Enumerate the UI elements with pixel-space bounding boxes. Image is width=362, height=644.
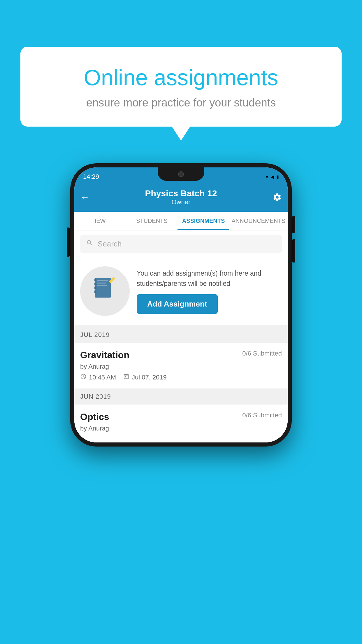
search-placeholder: Search — [98, 239, 122, 249]
svg-rect-5 — [97, 280, 108, 281]
promo-content: You can add assignment(s) from here and … — [137, 268, 282, 314]
promo-icon-wrap — [80, 266, 130, 316]
month-header-jul: JUL 2019 — [74, 327, 288, 343]
search-container: Search — [74, 230, 288, 258]
assignment-top: Gravitation 0/6 Submitted — [80, 350, 282, 360]
assignment-submitted-gravitation: 0/6 Submitted — [242, 350, 282, 357]
svg-rect-7 — [97, 285, 107, 286]
assignment-by-optics: by Anurag — [80, 425, 282, 432]
tab-announcements[interactable]: ANNOUNCEMENTS — [229, 212, 288, 230]
meta-date-gravitation: Jul 07, 2019 — [123, 373, 167, 382]
assignment-by-gravitation: by Anurag — [80, 363, 282, 370]
battery-icon: ▮ — [276, 174, 279, 180]
assignment-submitted-optics: 0/6 Submitted — [242, 412, 282, 419]
tab-students[interactable]: STUDENTS — [126, 212, 178, 230]
add-assignment-button[interactable]: Add Assignment — [137, 294, 218, 314]
assignment-item-gravitation[interactable]: Gravitation 0/6 Submitted by Anurag 10:4… — [74, 343, 288, 389]
meta-time-gravitation: 10:45 AM — [80, 373, 116, 382]
search-icon — [86, 239, 94, 249]
bubble-subtitle: ensure more practice for your students — [44, 97, 318, 109]
assignment-name-gravitation: Gravitation — [80, 350, 129, 360]
settings-button[interactable] — [267, 192, 282, 202]
tab-assignments[interactable]: ASSIGNMENTS — [178, 212, 229, 230]
time-value-gravitation: 10:45 AM — [89, 374, 116, 381]
status-time: 14:29 — [83, 173, 99, 181]
svg-rect-6 — [97, 282, 106, 283]
svg-rect-2 — [94, 282, 96, 285]
bubble-title: Online assignments — [44, 64, 318, 91]
wifi-icon: ▾ — [266, 174, 268, 180]
phone-camera — [178, 171, 184, 177]
header-center: Physics Batch 12 Owner — [95, 188, 267, 206]
svg-rect-3 — [94, 286, 96, 289]
speech-bubble: Online assignments ensure more practice … — [20, 47, 342, 127]
date-value-gravitation: Jul 07, 2019 — [132, 374, 167, 381]
assignment-item-optics[interactable]: Optics 0/6 Submitted by Anurag — [74, 405, 288, 442]
volume-down-button[interactable] — [292, 239, 295, 262]
notebook-icon — [92, 275, 118, 307]
search-input-wrap[interactable]: Search — [80, 235, 282, 253]
back-button[interactable]: ← — [80, 192, 95, 203]
header-subtitle: Owner — [95, 198, 267, 206]
status-icons: ▾ ◀ ▮ — [266, 174, 279, 180]
tab-iew[interactable]: IEW — [74, 212, 126, 230]
signal-icon: ◀ — [270, 174, 274, 180]
month-header-jun: JUN 2019 — [74, 389, 288, 405]
phone-screen: 14:29 ▾ ◀ ▮ ← Physics Batch 12 Owner — [74, 167, 288, 442]
header-title: Physics Batch 12 — [95, 188, 267, 198]
assignment-meta-gravitation: 10:45 AM Jul 07, 2019 — [80, 373, 282, 382]
assignment-top-optics: Optics 0/6 Submitted — [80, 412, 282, 422]
calendar-icon — [123, 373, 129, 382]
svg-rect-4 — [94, 290, 96, 293]
tabs-row: IEW STUDENTS ASSIGNMENTS ANNOUNCEMENTS — [74, 212, 288, 230]
promo-text: You can add assignment(s) from here and … — [137, 268, 282, 288]
app-header: ← Physics Batch 12 Owner — [74, 184, 288, 212]
phone-outer: 14:29 ▾ ◀ ▮ ← Physics Batch 12 Owner — [70, 163, 292, 447]
speech-bubble-area: Online assignments ensure more practice … — [20, 47, 342, 127]
svg-rect-1 — [94, 279, 96, 281]
volume-up-button[interactable] — [292, 216, 295, 233]
phone-device: 14:29 ▾ ◀ ▮ ← Physics Batch 12 Owner — [70, 163, 292, 447]
clock-icon — [80, 373, 87, 382]
assignment-name-optics: Optics — [80, 412, 109, 422]
phone-notch — [158, 167, 204, 181]
power-button[interactable] — [67, 228, 70, 257]
promo-section: You can add assignment(s) from here and … — [74, 258, 288, 327]
